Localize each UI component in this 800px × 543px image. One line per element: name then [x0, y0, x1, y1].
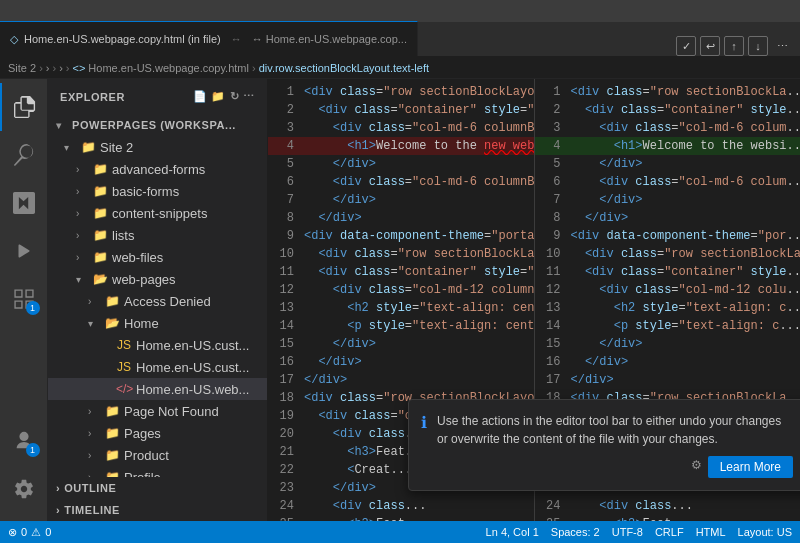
folder-icon: 📁 — [80, 140, 96, 154]
extensions-badge: 1 — [26, 301, 40, 315]
basic-forms-label: basic-forms — [112, 184, 179, 199]
activity-settings[interactable] — [0, 465, 48, 513]
status-bar: ⊗ 0 ⚠ 0 Ln 4, Col 1 Spaces: 2 UTF-8 CRLF… — [0, 521, 800, 543]
tab-actions: ✓ ↩ ↑ ↓ ⋯ — [668, 36, 800, 56]
sidebar-item-site2[interactable]: ▾ 📁 Site 2 — [48, 136, 267, 158]
notification-body: Use the actions in the editor tool bar t… — [437, 412, 793, 478]
status-layout[interactable]: Layout: US — [738, 526, 792, 538]
sidebar-item-home-web[interactable]: </> Home.en-US.web... — [48, 378, 267, 400]
notification-actions: ⚙ Learn More — [437, 456, 793, 478]
folder-icon: 📁 — [104, 470, 120, 477]
breadcrumb-webpages[interactable]: › — [46, 62, 50, 74]
folder-icon: 📁 — [92, 250, 108, 264]
sidebar-item-lists[interactable]: › 📁 lists — [48, 224, 267, 246]
status-errors[interactable]: ⊗ 0 ⚠ 0 — [8, 526, 51, 539]
warning-icon: ⚠ — [31, 526, 41, 539]
sidebar-item-basic-forms[interactable]: › 📁 basic-forms — [48, 180, 267, 202]
breadcrumb-home[interactable]: › — [59, 62, 63, 74]
tab-home-copy[interactable]: ◇ Home.en-US.webpage.copy.html (in file)… — [0, 21, 418, 56]
tab-label: Home.en-US.webpage.copy.html (in file) — [24, 33, 221, 45]
activity-git[interactable] — [0, 179, 48, 227]
breadcrumb-divpath[interactable]: div.row.sectionBlockLayout.text-left — [259, 62, 429, 74]
notification-gear-icon[interactable]: ⚙ — [691, 456, 702, 478]
sidebar-item-web-pages[interactable]: ▾ 📂 web-pages — [48, 268, 267, 290]
right-line-13: 13 <h2 style="text-align: c... — [535, 299, 801, 317]
outline-header[interactable]: › OUTLINE — [48, 477, 267, 499]
sidebar-item-content-snippets[interactable]: › 📁 content-snippets — [48, 202, 267, 224]
sidebar-item-pages[interactable]: › 📁 Pages — [48, 422, 267, 444]
adv-forms-label: advanced-forms — [112, 162, 205, 177]
breadcrumb-filename[interactable]: Home.en-US.webpage.copy.html — [88, 62, 249, 74]
activity-extensions[interactable]: 1 — [0, 275, 48, 323]
main-area: 1 1 EXPLORER 📄 📁 ↻ ⋯ ▾ — [0, 79, 800, 521]
action-more[interactable]: ⋯ — [772, 36, 792, 56]
right-line-12: 12 <div class="col-md-12 colu... — [535, 281, 801, 299]
warning-count: 0 — [45, 526, 51, 538]
timeline-header[interactable]: › TIMELINE — [48, 499, 267, 521]
left-line-25: 25 <h3>Feat... — [268, 515, 534, 521]
learn-more-button[interactable]: Learn More — [708, 456, 793, 478]
activity-run[interactable] — [0, 227, 48, 275]
sidebar-item-product[interactable]: › 📁 Product — [48, 444, 267, 466]
right-line-1: 1 <div class="row sectionBlockLa... — [535, 83, 801, 101]
action-up[interactable]: ↑ — [724, 36, 744, 56]
action-check[interactable]: ✓ — [676, 36, 696, 56]
right-line-24: 24 <div class... — [535, 497, 801, 515]
status-encoding[interactable]: UTF-8 — [612, 526, 643, 538]
right-line-6: 6 <div class="col-md-6 colum... — [535, 173, 801, 191]
left-line-6: 6 <div class="col-md-6 columnBl... — [268, 173, 534, 191]
activity-accounts[interactable]: 1 — [0, 417, 48, 465]
folder-icon: 📁 — [104, 294, 120, 308]
breadcrumb-sep2: › — [52, 62, 56, 74]
workspace-item[interactable]: ▾ POWERPAGES (WORKSPA... — [48, 114, 267, 136]
left-line-16: 16 </div> — [268, 353, 534, 371]
breadcrumb-site2[interactable]: Site 2 — [8, 62, 36, 74]
editor-area: 1 <div class="row sectionBlockLayou... 2… — [268, 79, 800, 521]
status-line-ending[interactable]: CRLF — [655, 526, 684, 538]
new-folder-icon[interactable]: 📁 — [211, 90, 226, 103]
right-line-2: 2 <div class="container" style... — [535, 101, 801, 119]
new-file-icon[interactable]: 📄 — [193, 90, 208, 103]
timeline-arrow: › — [56, 504, 60, 516]
timeline-label: TIMELINE — [64, 504, 120, 516]
sidebar-item-web-files[interactable]: › 📁 web-files — [48, 246, 267, 268]
activity-search[interactable] — [0, 131, 48, 179]
status-language[interactable]: HTML — [696, 526, 726, 538]
left-line-5: 5 </div> — [268, 155, 534, 173]
more-icon[interactable]: ⋯ — [243, 90, 255, 103]
right-line-17: 17 </div> — [535, 371, 801, 389]
product-arrow: › — [88, 450, 100, 461]
status-position[interactable]: Ln 4, Col 1 — [486, 526, 539, 538]
activity-bottom: 1 — [0, 417, 48, 521]
left-line-8: 8 </div> — [268, 209, 534, 227]
error-count: 0 — [21, 526, 27, 538]
sidebar-item-home[interactable]: ▾ 📂 Home — [48, 312, 267, 334]
site2-label: Site 2 — [100, 140, 133, 155]
status-spaces[interactable]: Spaces: 2 — [551, 526, 600, 538]
refresh-icon[interactable]: ↻ — [230, 90, 240, 103]
right-line-3: 3 <div class="col-md-6 colum... — [535, 119, 801, 137]
sidebar-item-advanced-forms[interactable]: › 📁 advanced-forms — [48, 158, 267, 180]
right-line-25: 25 <h3>Feat... — [535, 515, 801, 521]
sidebar-item-home-cust2[interactable]: JS Home.en-US.cust... — [48, 356, 267, 378]
sidebar-item-access-denied[interactable]: › 📁 Access Denied — [48, 290, 267, 312]
sidebar-item-page-not-found[interactable]: › 📁 Page Not Found — [48, 400, 267, 422]
outline-label: OUTLINE — [64, 482, 116, 494]
outline-section: › OUTLINE — [48, 477, 267, 499]
home-cust1-label: Home.en-US.cust... — [136, 338, 249, 353]
right-line-9: 9 <div data-component-theme="por... — [535, 227, 801, 245]
action-undo[interactable]: ↩ — [700, 36, 720, 56]
home-label: Home — [124, 316, 159, 331]
left-line-10: 10 <div class="row sectionBlockLayo... — [268, 245, 534, 263]
adv-forms-arrow: › — [76, 164, 88, 175]
activity-explorer[interactable] — [0, 83, 48, 131]
sidebar-item-profile[interactable]: › 📁 Profile — [48, 466, 267, 477]
notification-message: Use the actions in the editor tool bar t… — [437, 412, 793, 448]
folder-icon: 📁 — [104, 448, 120, 462]
sidebar-item-home-cust1[interactable]: JS Home.en-US.cust... — [48, 334, 267, 356]
error-icon: ⊗ — [8, 526, 17, 539]
home-cust2-label: Home.en-US.cust... — [136, 360, 249, 375]
left-line-9: 9 <div data-component-theme="portal... — [268, 227, 534, 245]
action-down[interactable]: ↓ — [748, 36, 768, 56]
left-line-7: 7 </div> — [268, 191, 534, 209]
